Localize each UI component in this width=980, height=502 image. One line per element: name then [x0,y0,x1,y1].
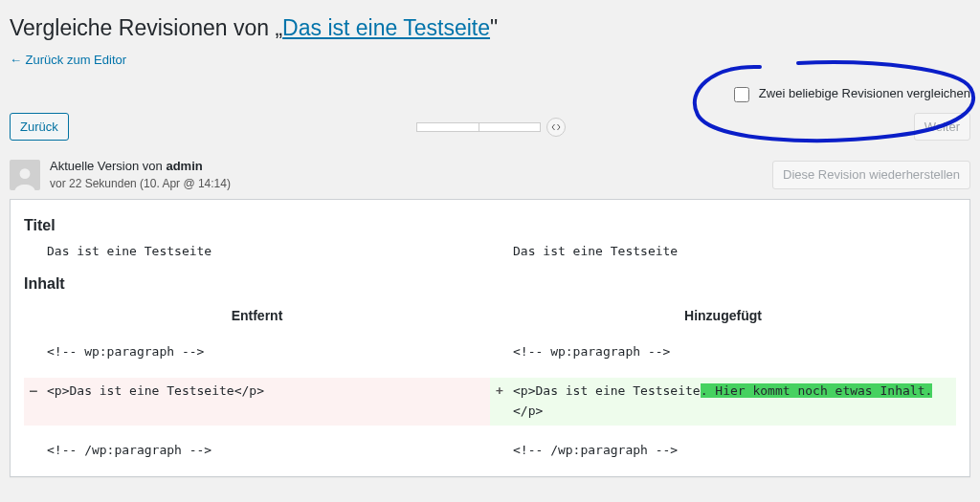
page-title: Vergleiche Revisionen von „Das ist eine … [10,10,970,47]
revision-slider[interactable] [416,118,566,137]
restore-revision-button: Diese Revision wiederherstellen [772,161,970,189]
slider-track[interactable] [416,122,541,132]
compare-two-label[interactable]: Zwei beliebige Revisionen vergleichen [730,86,970,100]
diff-row-context: <!-- wp:paragraph --><!-- wp:paragraph -… [11,333,969,372]
diff-cell-left: <p>Das ist eine Testseite</p> [24,378,490,426]
avatar-placeholder-icon [12,165,37,190]
diff-inserted-text: . Hier kommt noch etwas Inhalt. [701,383,933,398]
revision-author-line: Aktuelle Version von admin [50,158,231,175]
prev-button[interactable]: Zurück [10,113,69,142]
diff-cell-right: <!-- /wp:paragraph --> [490,437,956,465]
diff-cell-left: <!-- wp:paragraph --> [24,338,490,366]
title-link[interactable]: Das ist eine Testseite [282,15,490,40]
diff-text: <p>Das ist eine Testseite [513,383,701,398]
slider-handle-icon[interactable] [546,118,566,137]
compare-two-text: Zwei beliebige Revisionen vergleichen [759,86,970,100]
diff-text: </p> [513,404,543,418]
added-header: Hinzugefügt [490,308,956,323]
back-to-editor-link[interactable]: ← Zurück zum Editor [10,53,126,67]
diff-row-change: <p>Das ist eine Testseite</p><p>Das ist … [11,372,969,431]
current-version-prefix: Aktuelle Version von [50,159,166,173]
diff-cell-right: <!-- wp:paragraph --> [490,338,956,366]
title-prefix: Vergleiche Revisionen von „ [10,15,282,40]
title-suffix: " [490,15,498,40]
svg-point-0 [20,168,31,179]
diff-row-context: <!-- /wp:paragraph --><!-- /wp:paragraph… [11,431,969,470]
author-avatar [10,160,40,190]
removed-header: Entfernt [24,308,490,323]
author-name: admin [166,159,202,173]
compare-two-checkbox[interactable] [734,87,749,102]
next-button: Weiter [914,113,970,142]
diff-cell-right: <p>Das ist eine Testseite. Hier kommt no… [490,378,956,426]
section-title-content: Inhalt [11,270,969,302]
revision-time: vor 22 Sekunden (10. Apr @ 14:14) [50,176,231,192]
diff-cell-left: <!-- /wp:paragraph --> [24,437,490,465]
title-left: Das ist eine Testseite [24,244,490,258]
title-right: Das ist eine Testseite [490,244,956,258]
section-title-title: Titel [11,211,969,244]
